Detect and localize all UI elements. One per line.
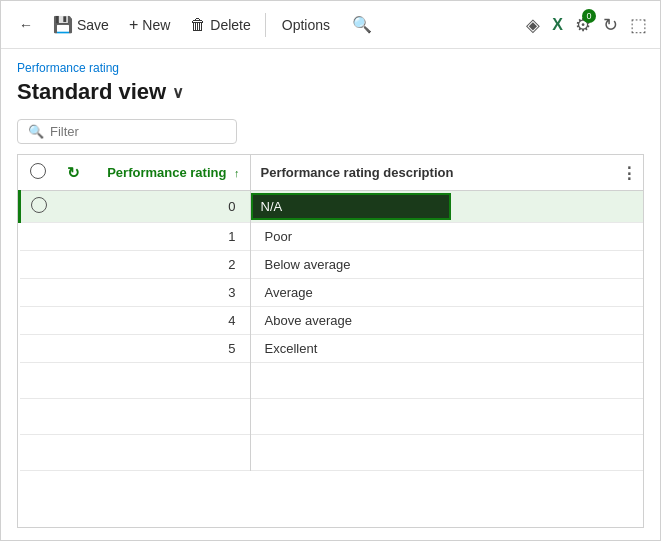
table-row: 5 Excellent [20,335,644,363]
row-refresh-cell [57,251,90,279]
row-rating-value: 3 [228,285,235,300]
header-description-label: Performance rating description [261,165,454,180]
empty-row [20,399,644,435]
filter-bar: 🔍 [17,119,237,144]
content-area: Performance rating Standard view ∨ 🔍 ↻ [1,49,660,540]
row-circle-checkbox[interactable] [31,197,47,213]
delete-label: Delete [210,17,250,33]
table-header-row: ↻ Performance rating ↑ Performance ratin… [20,155,644,191]
row-description-cell: Above average [250,307,643,335]
table-row: 3 Average [20,279,644,307]
row-refresh-cell [57,335,90,363]
row-description-value: Average [265,285,313,300]
table-container: ↻ Performance rating ↑ Performance ratin… [17,154,644,528]
options-button[interactable]: Options [272,13,340,37]
column-more-icon[interactable]: ⋮ [621,163,637,182]
header-refresh-icon[interactable]: ↻ [67,164,80,181]
badge: 0 [582,9,596,23]
row-checkbox-cell [20,251,58,279]
row-description-cell: Average [250,279,643,307]
row-description-cell: Poor [250,223,643,251]
settings-button[interactable]: ⚙ 0 [572,11,594,39]
save-button[interactable]: 💾 Save [45,11,117,38]
table-row: 4 Above average [20,307,644,335]
row-description-value: Excellent [265,341,318,356]
save-label: Save [77,17,109,33]
search-icon: 🔍 [352,16,372,33]
row-checkbox-cell [20,279,58,307]
row-rating-cell: 2 [90,251,250,279]
row-rating-value: 5 [228,341,235,356]
titlebar: ← 💾 Save + New 🗑 Delete Options 🔍 ◈ X [1,1,660,49]
row-rating-cell: 3 [90,279,250,307]
refresh-icon: ↻ [603,15,618,35]
row-rating-value: 2 [228,257,235,272]
divider [265,13,266,37]
empty-row [20,435,644,471]
row-checkbox-cell [20,335,58,363]
header-rating-label: Performance rating [107,165,226,180]
header-refresh: ↻ [57,155,90,191]
row-description-value: Below average [265,257,351,272]
row-description-value: Poor [265,229,292,244]
table-row: 1 Poor [20,223,644,251]
options-label: Options [282,17,330,33]
header-rating[interactable]: Performance rating ↑ [90,155,250,191]
table-row: 2 Below average [20,251,644,279]
expand-button[interactable]: ⬚ [627,11,650,39]
sort-icon: ↑ [234,167,240,179]
table-body: 0 1 Poor [20,191,644,471]
description-edit-input[interactable] [251,193,451,220]
main-window: ← 💾 Save + New 🗑 Delete Options 🔍 ◈ X [0,0,661,541]
expand-icon: ⬚ [630,15,647,35]
save-icon: 💾 [53,15,73,34]
data-table: ↻ Performance rating ↑ Performance ratin… [18,155,643,471]
row-rating-value: 1 [228,229,235,244]
header-circle-checkbox[interactable] [30,163,46,179]
header-description: Performance rating description ⋮ [250,155,643,191]
diamond-icon: ◈ [526,15,540,35]
breadcrumb[interactable]: Performance rating [17,61,644,75]
back-icon: ← [19,17,33,33]
row-refresh-cell [57,279,90,307]
row-rating-cell: 0 [90,191,250,223]
page-title: Standard view [17,79,166,105]
row-rating-cell: 4 [90,307,250,335]
excel-button[interactable]: X [549,11,566,38]
row-description-value: Above average [265,313,352,328]
table-row: 0 [20,191,644,223]
chevron-down-icon[interactable]: ∨ [172,83,184,102]
filter-icon: 🔍 [28,124,44,139]
filter-input[interactable] [50,124,226,139]
back-button[interactable]: ← [11,13,41,37]
row-checkbox-cell [20,191,58,223]
row-description-cell: Excellent [250,335,643,363]
row-rating-cell: 1 [90,223,250,251]
trash-icon: 🗑 [190,16,206,34]
plus-icon: + [129,16,138,34]
row-rating-value: 4 [228,313,235,328]
row-description-cell-editing[interactable] [250,191,643,223]
excel-icon: X [552,16,563,33]
row-refresh-cell [57,191,90,223]
right-icons: ◈ X ⚙ 0 ↻ ⬚ [523,11,650,39]
row-checkbox-cell [20,307,58,335]
empty-row [20,363,644,399]
header-checkbox [20,155,58,191]
row-rating-value: 0 [228,199,235,214]
row-rating-cell: 5 [90,335,250,363]
row-description-cell: Below average [250,251,643,279]
search-button[interactable]: 🔍 [348,11,376,38]
diamond-button[interactable]: ◈ [523,11,543,39]
new-button[interactable]: + New [121,12,178,38]
row-refresh-cell [57,307,90,335]
page-title-container: Standard view ∨ [17,79,644,105]
delete-button[interactable]: 🗑 Delete [182,12,258,38]
row-checkbox-cell [20,223,58,251]
row-refresh-cell [57,223,90,251]
new-label: New [142,17,170,33]
refresh-button[interactable]: ↻ [600,11,621,39]
